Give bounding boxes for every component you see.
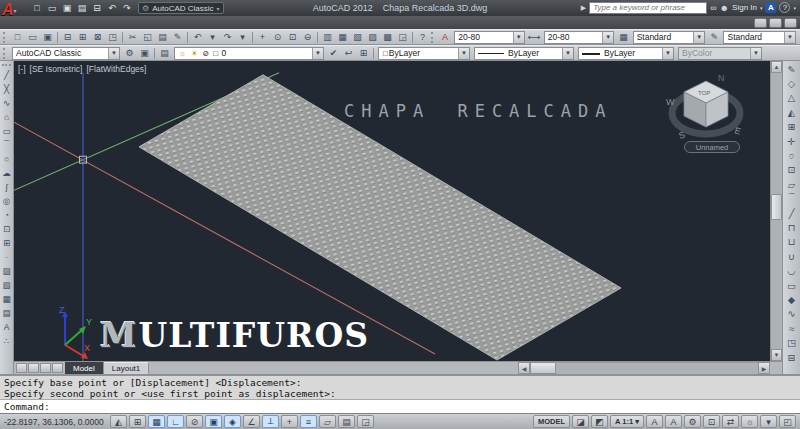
menu-edit[interactable] <box>42 22 54 24</box>
drawing-viewport[interactable]: [-] [SE Isometric] [FlatWithEdges] CHAPA… <box>14 61 770 361</box>
menu-file[interactable] <box>30 22 42 24</box>
layer-previous-icon[interactable]: ↩ <box>341 47 356 60</box>
prev-tab-button[interactable] <box>28 363 39 373</box>
chevron-down-icon[interactable]: ▼ <box>562 48 573 59</box>
menu-insert[interactable] <box>66 22 78 24</box>
new-button[interactable]: □ <box>10 31 25 44</box>
exchange-apps-icon[interactable]: A <box>765 2 776 13</box>
help-button[interactable]: ? <box>415 31 430 44</box>
coordinates-readout[interactable]: -22.8197, 36.1306, 0.0000 <box>4 417 108 427</box>
pan-button[interactable]: + <box>255 31 270 44</box>
table-button[interactable]: ▤ <box>0 306 13 320</box>
text-style-combo[interactable]: 20-80▼ <box>454 31 525 44</box>
construction-line-button[interactable]: ╳ <box>0 82 13 96</box>
horizontal-scrollbar-thumb[interactable] <box>530 362 556 374</box>
make-block-button[interactable]: ⊞ <box>0 236 13 250</box>
transparency-toggle[interactable]: ▱ <box>319 415 336 428</box>
chevron-down-icon[interactable]: ▼ <box>662 48 673 59</box>
layer-color-swatch[interactable]: □ <box>213 49 218 58</box>
horizontal-scrollbar[interactable]: ◀ ▶ <box>518 362 770 374</box>
text-style-icon[interactable]: A <box>438 31 452 44</box>
plot-preview-button[interactable]: ⊞ <box>75 31 90 44</box>
menu-parametric[interactable] <box>138 22 150 24</box>
layer-combo[interactable]: ☼ ☀ ⊘ □ 0 ▼ <box>174 47 324 60</box>
first-tab-button[interactable] <box>16 363 27 373</box>
point-style-button[interactable]: ∴ <box>0 334 13 348</box>
menu-tools[interactable] <box>90 22 102 24</box>
lineweight-control-combo[interactable]: ByLayer▼ <box>578 47 674 60</box>
wedge-button[interactable]: ◆ <box>784 292 800 306</box>
save-as-button[interactable]: ▤ <box>75 2 89 15</box>
copy-button[interactable]: ◱ <box>140 31 155 44</box>
open-button[interactable]: ▭ <box>25 31 40 44</box>
mesh-pyramid-button[interactable]: ◭ <box>784 105 800 119</box>
clean-screen-button[interactable]: ◰ <box>779 415 796 428</box>
intersect-button[interactable]: ∪ <box>784 249 800 263</box>
my-workspace-icon[interactable]: ▣ <box>137 47 152 60</box>
layer-lock-icon[interactable]: ⊘ <box>202 49 209 58</box>
viewcube-top-label[interactable]: TOP <box>698 90 710 96</box>
chevron-down-icon[interactable]: ▼ <box>108 48 119 59</box>
annotation-visibility-button[interactable]: A <box>646 415 663 428</box>
plot-button[interactable]: ⊟ <box>60 31 75 44</box>
scroll-up-icon[interactable]: ▲ <box>771 61 782 73</box>
menu-format[interactable] <box>78 22 90 24</box>
visual-style-control[interactable]: [FlatWithEdges] <box>86 64 146 74</box>
search-icon[interactable]: ∞ <box>710 3 716 13</box>
mesh-cone-button[interactable]: △ <box>784 91 800 105</box>
circle-button[interactable]: ○ <box>0 152 13 166</box>
viewcube-north-label[interactable]: N <box>718 73 725 83</box>
horizontal-scrollbar-track[interactable] <box>556 362 758 374</box>
chevron-down-icon[interactable]: ▼ <box>693 32 704 43</box>
scroll-down-icon[interactable]: ▼ <box>771 349 782 361</box>
quick-view-drawings-button[interactable]: ◩ <box>591 415 608 428</box>
toolbar-grip[interactable] <box>431 32 435 43</box>
layer-properties-icon[interactable]: ▤ <box>157 47 172 60</box>
tool-palettes-button[interactable]: ▧ <box>350 31 365 44</box>
autoscale-button[interactable]: A <box>665 415 682 428</box>
section-plane-button[interactable]: ╱ <box>784 206 800 220</box>
dynamic-ucs-toggle[interactable]: ⟂ <box>262 415 279 428</box>
smooth-more-button[interactable]: ≈ <box>784 321 800 335</box>
command-input[interactable]: Command: <box>0 399 800 413</box>
properties-button[interactable]: ▥ <box>320 31 335 44</box>
chevron-down-icon[interactable]: ▾ <box>760 5 763 11</box>
viewcube[interactable]: W S E N TOP <box>660 69 752 147</box>
workspace-switching-button[interactable]: ⚙ <box>684 415 701 428</box>
menu-window[interactable] <box>150 22 162 24</box>
vertical-scrollbar-track[interactable] <box>771 73 782 349</box>
redo-dropdown[interactable]: ▾ <box>235 31 250 44</box>
undo-button[interactable]: ↶ <box>190 31 205 44</box>
viewcube-west-label[interactable]: W <box>666 97 675 107</box>
chevron-down-icon[interactable]: ▼ <box>602 32 613 43</box>
object-snap-toggle[interactable]: ▣ <box>205 415 222 428</box>
plot-button[interactable]: ⊟ <box>90 2 104 15</box>
dimension-style-combo[interactable]: 20-80▼ <box>544 31 615 44</box>
designcenter-button[interactable]: ▦ <box>335 31 350 44</box>
array-button[interactable]: ⊟ <box>784 350 800 364</box>
subtract-button[interactable]: ⊔ <box>784 235 800 249</box>
copy-faces-button[interactable]: ◳ <box>784 335 800 349</box>
tab-layout1[interactable]: Layout1 <box>104 362 149 374</box>
selection-cycling-toggle[interactable]: ◲ <box>357 415 374 428</box>
zoom-realtime-button[interactable]: ⊙ <box>270 31 285 44</box>
quick-properties-toggle[interactable]: ▤ <box>338 415 355 428</box>
quick-view-layouts-button[interactable]: ◪ <box>572 415 589 428</box>
ortho-mode-toggle[interactable]: ∟ <box>167 415 184 428</box>
zoom-previous-button[interactable]: ⊖ <box>300 31 315 44</box>
command-history[interactable]: Specify base point or [Displacement] <Di… <box>0 374 800 399</box>
save-button[interactable]: ▣ <box>60 2 74 15</box>
model-space-button[interactable]: MODEL <box>533 415 570 428</box>
hatch-button[interactable]: ▨ <box>0 264 13 278</box>
insert-block-button[interactable]: ⊡ <box>0 222 13 236</box>
new-button[interactable]: □ <box>30 2 44 15</box>
object-snap-tracking-toggle[interactable]: ∠ <box>243 415 260 428</box>
ellipse-arc-button[interactable]: ◔ <box>0 208 13 222</box>
multiline-text-button[interactable]: A <box>0 320 13 334</box>
help-icon[interactable]: ? <box>779 2 790 13</box>
quickcalc-button[interactable]: ◲ <box>395 31 410 44</box>
menu-modify[interactable] <box>126 22 138 24</box>
chevron-down-icon[interactable]: ▼ <box>784 32 795 43</box>
infer-constraints-toggle[interactable]: ◭ <box>110 415 127 428</box>
cut-button[interactable]: ✂ <box>125 31 140 44</box>
